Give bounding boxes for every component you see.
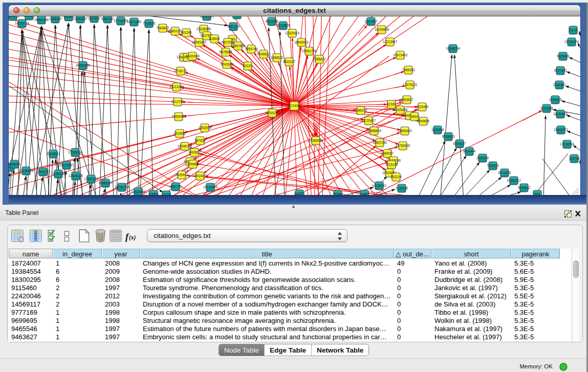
- svg-text:12156829: 12156829: [19, 169, 34, 172]
- svg-text:15720407: 15720407: [361, 119, 376, 122]
- svg-text:1435001: 1435001: [9, 162, 21, 166]
- svg-text:7357224: 7357224: [227, 25, 240, 28]
- svg-text:6466160: 6466160: [101, 17, 114, 20]
- svg-text:20975857: 20975857: [59, 163, 74, 167]
- svg-text:7386372: 7386372: [355, 108, 367, 112]
- svg-text:7515526: 7515526: [143, 21, 156, 25]
- svg-text:7955812: 7955812: [313, 57, 326, 61]
- svg-text:3454749: 3454749: [245, 47, 258, 51]
- svg-text:19654923: 19654923: [398, 129, 412, 133]
- svg-text:10756928: 10756928: [396, 144, 410, 147]
- svg-text:13325419: 13325419: [285, 31, 300, 35]
- svg-text:6379197: 6379197: [453, 142, 466, 145]
- svg-text:16961758: 16961758: [302, 49, 317, 53]
- svg-text:83220: 83220: [243, 64, 252, 68]
- svg-text:10973493: 10973493: [393, 53, 408, 57]
- svg-text:20206521: 20206521: [46, 152, 61, 156]
- svg-text:12505135: 12505135: [69, 174, 83, 178]
- svg-text:12213369: 12213369: [169, 85, 184, 89]
- svg-text:16914479: 16914479: [193, 174, 208, 178]
- svg-text:1733426: 1733426: [396, 186, 408, 190]
- svg-text:1353594: 1353594: [199, 126, 211, 129]
- svg-text:18724007: 18724007: [287, 104, 302, 107]
- svg-text:924561: 924561: [148, 192, 159, 195]
- svg-text:16782759: 16782759: [115, 185, 129, 189]
- svg-text:21867608: 21867608: [231, 44, 246, 48]
- svg-text:12942737: 12942737: [36, 170, 51, 173]
- svg-text:1615132: 1615132: [385, 163, 398, 166]
- svg-text:16648784: 16648784: [446, 47, 461, 50]
- svg-text:7625402: 7625402: [176, 173, 188, 177]
- svg-text:5875685: 5875685: [220, 50, 232, 54]
- svg-text:2687682: 2687682: [365, 19, 378, 23]
- svg-text:12975115: 12975115: [403, 83, 417, 86]
- svg-text:104375: 104375: [294, 192, 305, 195]
- svg-text:8471676: 8471676: [498, 171, 511, 174]
- svg-text:1244415: 1244415: [549, 98, 562, 101]
- svg-text:18807249: 18807249: [373, 141, 387, 144]
- svg-text:16543382: 16543382: [192, 40, 207, 44]
- svg-text:15716465: 15716465: [203, 185, 218, 189]
- svg-text:8938923: 8938923: [442, 135, 455, 138]
- svg-text:8813054: 8813054: [266, 19, 278, 23]
- svg-text:209114: 209114: [24, 16, 35, 17]
- svg-text:1640954: 1640954: [431, 128, 444, 132]
- svg-text:82715: 82715: [162, 193, 171, 195]
- svg-text:7485063: 7485063: [402, 68, 415, 72]
- svg-text:10046768: 10046768: [178, 144, 192, 148]
- svg-text:1209387: 1209387: [553, 83, 566, 86]
- svg-text:9245612: 9245612: [518, 186, 531, 189]
- svg-text:7632621: 7632621: [487, 164, 499, 167]
- svg-text:9463627: 9463627: [401, 98, 413, 101]
- svg-text:19384554: 19384554: [309, 139, 323, 142]
- svg-text:18300295: 18300295: [265, 111, 280, 115]
- svg-text:9242848: 9242848: [221, 62, 233, 66]
- svg-text:2718170: 2718170: [175, 69, 187, 73]
- svg-text:9329906: 9329906: [557, 54, 570, 58]
- svg-text:8322037: 8322037: [283, 60, 296, 63]
- svg-text:22420046: 22420046: [185, 54, 200, 58]
- svg-text:14136141: 14136141: [372, 184, 387, 187]
- svg-text:9857791: 9857791: [169, 185, 182, 188]
- svg-text:7663822: 7663822: [157, 26, 169, 30]
- svg-text:8644: 8644: [411, 115, 419, 118]
- svg-text:(x): (x): [129, 234, 136, 241]
- svg-text:1145194: 1145194: [52, 172, 65, 176]
- svg-text:17016504: 17016504: [560, 142, 575, 146]
- svg-text:9227342: 9227342: [554, 69, 567, 72]
- svg-text:14055714: 14055714: [15, 21, 30, 25]
- svg-text:16154808: 16154808: [375, 28, 389, 31]
- svg-text:16210643: 16210643: [553, 112, 568, 116]
- svg-text:16033809: 16033809: [200, 16, 214, 18]
- svg-text:891295: 891295: [181, 31, 192, 34]
- svg-text:12923446: 12923446: [131, 190, 146, 193]
- svg-text:924: 924: [535, 192, 540, 195]
- svg-text:92344: 92344: [333, 192, 342, 195]
- svg-text:1065326: 1065326: [49, 17, 62, 20]
- svg-text:2405571: 2405571: [9, 16, 19, 18]
- svg-text:10025438: 10025438: [393, 108, 408, 112]
- svg-text:20691406: 20691406: [34, 18, 49, 21]
- svg-text:18640910: 18640910: [294, 40, 309, 44]
- svg-text:126753: 126753: [569, 157, 580, 160]
- svg-text:62160: 62160: [387, 102, 396, 106]
- svg-text:19218506: 19218506: [276, 24, 291, 27]
- svg-text:1010755: 1010755: [171, 100, 184, 103]
- svg-text:099489: 099489: [187, 162, 199, 166]
- svg-text:11124: 11124: [569, 28, 578, 32]
- svg-text:9684067: 9684067: [381, 151, 394, 155]
- svg-text:10958107: 10958107: [98, 181, 113, 185]
- svg-text:3493822: 3493822: [188, 150, 201, 154]
- svg-text:8660125: 8660125: [169, 29, 182, 33]
- svg-text:10653267: 10653267: [73, 17, 88, 20]
- svg-text:17359934: 17359934: [68, 150, 83, 154]
- svg-text:10719155: 10719155: [114, 19, 128, 23]
- svg-text:100937: 100937: [63, 16, 74, 18]
- svg-text:9115460: 9115460: [416, 105, 429, 108]
- svg-text:1916682: 1916682: [173, 132, 186, 135]
- svg-text:20053346: 20053346: [76, 63, 91, 67]
- svg-text:9699695: 9699695: [417, 119, 430, 123]
- svg-text:15692971: 15692971: [554, 128, 569, 132]
- svg-text:1527602: 1527602: [88, 16, 101, 20]
- svg-text:3215958: 3215958: [540, 106, 553, 110]
